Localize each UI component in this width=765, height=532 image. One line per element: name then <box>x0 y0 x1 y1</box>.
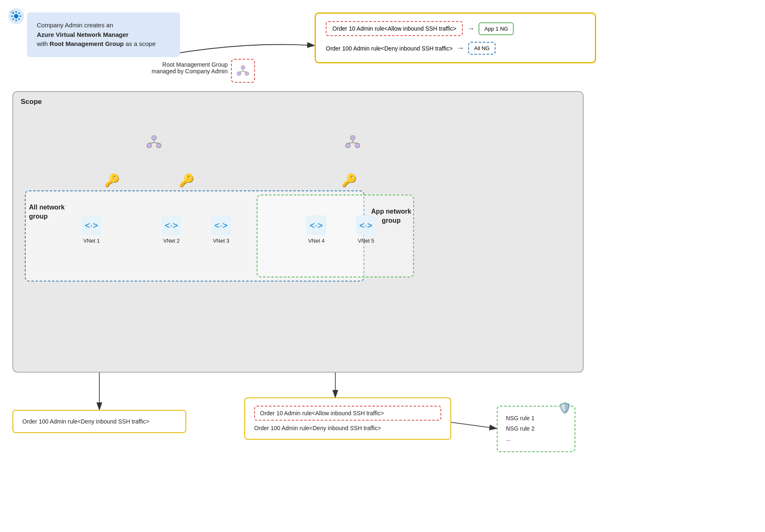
info-box: Company Admin creates an Azure Virtual N… <box>27 12 180 57</box>
vnet5-label: VNet 5 <box>358 238 374 244</box>
rule1-arrow: → <box>467 24 474 33</box>
vnet4-container: <·> VNet 4 <box>306 214 327 244</box>
vnet2-label: VNet 2 <box>163 238 180 244</box>
svg-point-44 <box>147 144 151 147</box>
bottom-right-rule2-text: Order 100 Admin rule<Deny inbound SSH tr… <box>254 425 381 431</box>
rule1-badge: App 1 NG <box>479 22 514 35</box>
rule2-arrow: → <box>457 44 464 53</box>
vnet1-icon: <·> <box>81 214 102 236</box>
svg-line-32 <box>239 71 243 72</box>
svg-point-45 <box>157 144 161 147</box>
svg-point-54 <box>356 144 359 147</box>
bottom-box-right: Order 10 Admin rule<Allow inbound SSH tr… <box>244 397 451 440</box>
vnet1-container: <·> VNet 1 <box>81 214 102 244</box>
vnet1-label: VNet 1 <box>83 238 100 244</box>
vnet4-icon: <·> <box>306 214 327 236</box>
rule-row-2: Order 100 Admin rule<Deny inbound SSH tr… <box>326 42 585 55</box>
vnet2-icon: <·> <box>161 214 182 236</box>
root-mg-desc: managed by Company Admin <box>149 68 228 75</box>
svg-point-35 <box>238 72 240 75</box>
all-ng-label-line1: All network <box>29 203 75 212</box>
svg-text:<·>: <·> <box>214 220 228 231</box>
vnet2-container: <·> VNet 2 <box>161 214 182 244</box>
svg-line-33 <box>243 71 247 72</box>
svg-line-51 <box>353 143 358 144</box>
info-line3: with <box>37 40 50 47</box>
rule-row-1: Order 10 Admin rule<Allow inbound SSH tr… <box>326 21 585 36</box>
rules-panel: Order 10 Admin rule<Allow inbound SSH tr… <box>315 12 596 63</box>
key-icon-1: 🔑 <box>104 173 120 188</box>
root-mg-icon-box <box>231 59 255 83</box>
bottom-right-rule2: Order 100 Admin rule<Deny inbound SSH tr… <box>254 425 441 431</box>
bottom-right-rule1: Order 10 Admin rule<Allow inbound SSH tr… <box>254 406 441 421</box>
svg-point-36 <box>245 72 248 75</box>
bottom-box-left: Order 100 Admin rule<Deny inbound SSH tr… <box>12 410 186 433</box>
svg-point-53 <box>346 144 349 147</box>
nsg-shield-icon: 🛡️ <box>558 398 571 418</box>
key-icon-2: 🔑 <box>179 173 194 188</box>
scope-label: Scope <box>21 98 42 106</box>
info-line2: Azure Virtual Network Manager <box>37 31 128 38</box>
vnet5-icon: <·> <box>355 214 377 236</box>
key-icon-3: 🔑 <box>342 173 357 188</box>
left-mg-icon <box>143 131 165 153</box>
vnet3-icon: <·> <box>210 214 232 236</box>
nsg-box: 🛡️ NSG rule 1 NSG rule 2 ... <box>497 406 575 452</box>
rule2-badge: All NG <box>468 42 496 55</box>
vnet5-container: <·> VNet 5 <box>355 214 377 244</box>
svg-text:<>: <> <box>10 10 14 14</box>
root-mg-org-icon <box>236 60 250 82</box>
vnet3-container: <·> VNet 3 <box>210 214 232 244</box>
svg-text:<·>: <·> <box>165 220 178 231</box>
bottom-left-text: Order 100 Admin rule<Deny inbound SSH tr… <box>22 418 149 425</box>
left-mg-org-icon <box>145 132 163 152</box>
svg-line-42 <box>154 143 159 144</box>
azure-settings-icon: <> <box>7 7 25 25</box>
bottom-right-rule1-text: Order 10 Admin rule<Allow inbound SSH tr… <box>260 410 384 416</box>
root-mg-label: Root Management Group managed by Company… <box>149 61 228 75</box>
svg-text:<·>: <·> <box>359 220 373 231</box>
svg-point-18 <box>14 14 19 19</box>
info-line4: Root Management Group <box>50 40 124 47</box>
root-mg-name: Root Management Group <box>149 61 228 68</box>
diagram-container: <> Company Admin creates an Azure Virtua… <box>0 0 765 532</box>
vnet3-label: VNet 3 <box>213 238 229 244</box>
svg-line-41 <box>149 143 154 144</box>
right-mg-org-icon <box>344 132 361 152</box>
nsg-rule1: NSG rule 1 <box>506 413 566 424</box>
info-line1: Company Admin creates an <box>37 22 113 29</box>
nsg-rule2: NSG rule 2 <box>506 424 566 434</box>
svg-text:<·>: <·> <box>85 220 98 231</box>
svg-line-16 <box>451 422 497 428</box>
all-ng-label-line2: group <box>29 212 75 221</box>
right-mg-icon <box>342 131 364 153</box>
svg-line-50 <box>348 143 353 144</box>
rule1-text: Order 10 Admin rule<Allow inbound SSH tr… <box>326 21 463 36</box>
svg-point-34 <box>242 66 244 69</box>
info-line5: as a scope <box>124 40 156 47</box>
svg-point-43 <box>152 136 156 140</box>
svg-text:<·>: <·> <box>310 220 323 231</box>
nsg-rule3: ... <box>506 434 566 444</box>
svg-point-52 <box>351 136 354 140</box>
vnet4-label: VNet 4 <box>308 238 325 244</box>
all-ng-label: All network group <box>29 203 75 221</box>
rule2-text: Order 100 Admin rule<Deny inbound SSH tr… <box>326 45 452 52</box>
